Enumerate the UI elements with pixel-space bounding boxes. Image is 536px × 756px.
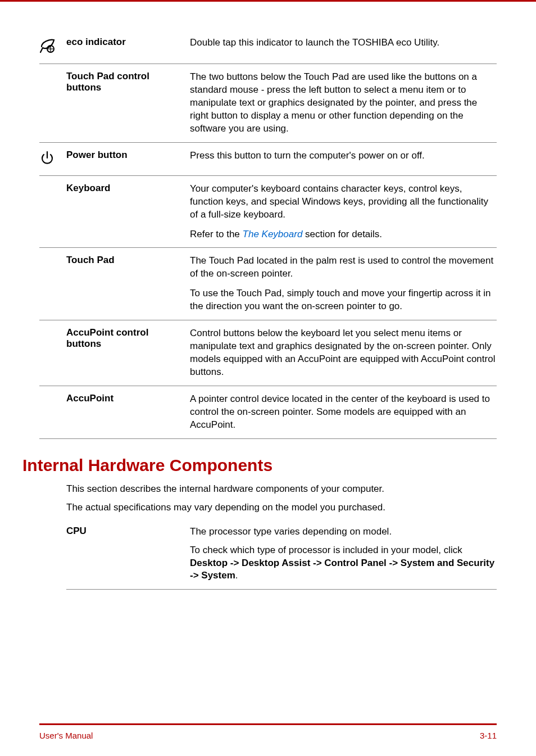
cpu-desc: The processor type varies depending on m… [190, 526, 497, 583]
row-label: AccuPoint [66, 393, 190, 432]
footer-right: 3-11 [480, 731, 497, 740]
row-label: Power button [66, 150, 190, 169]
keyboard-link[interactable]: The Keyboard [243, 229, 303, 239]
row-desc: Press this button to turn the computer's… [190, 150, 497, 169]
desc-link-line: Refer to the The Keyboard section for de… [190, 228, 497, 241]
icon-empty [39, 393, 66, 432]
intro-p1: This section describes the internal hard… [66, 483, 497, 496]
row-label: Touch Pad control buttons [66, 71, 190, 135]
desc-text: Your computer's keyboard contains charac… [190, 183, 497, 221]
intro-p2: The actual specifications may vary depen… [66, 501, 497, 514]
power-icon [39, 150, 66, 169]
row-accupoint: AccuPoint A pointer control device locat… [39, 386, 497, 439]
cpu-p1: The processor type varies depending on m… [190, 526, 497, 538]
cpu-label: CPU [66, 526, 190, 583]
footer-rule [39, 723, 497, 725]
link-post: section for details. [302, 229, 382, 239]
row-eco-indicator: eco indicator Double tap this indicator … [39, 30, 497, 64]
row-label: Touch Pad [66, 255, 190, 313]
icon-empty [39, 327, 66, 379]
row-accupoint-buttons: AccuPoint control buttons Control button… [39, 320, 497, 386]
desc-text: A pointer control device located in the … [190, 393, 497, 432]
cpu-p2: To check which type of processor is incl… [190, 544, 497, 583]
row-desc: A pointer control device located in the … [190, 393, 497, 432]
desc-text: The Touch Pad located in the palm rest i… [190, 255, 497, 280]
footer-left: User's Manual [39, 731, 93, 740]
icon-empty [39, 255, 66, 313]
eco-icon [39, 37, 66, 57]
link-pre: Refer to the [190, 229, 243, 239]
row-label: eco indicator [66, 37, 190, 57]
row-desc: Your computer's keyboard contains charac… [190, 183, 497, 241]
section-heading: Internal Hardware Components [22, 456, 497, 475]
desc-text2: To use the Touch Pad, simply touch and m… [190, 287, 497, 313]
cpu-p2c: . [235, 570, 238, 581]
row-label: Keyboard [66, 183, 190, 241]
icon-empty [39, 183, 66, 241]
row-desc: Control buttons below the keyboard let y… [190, 327, 497, 379]
row-keyboard: Keyboard Your computer's keyboard contai… [39, 176, 497, 248]
cpu-p2a: To check which type of processor is incl… [190, 545, 462, 555]
row-touchpad-buttons: Touch Pad control buttons The two button… [39, 64, 497, 143]
row-cpu: CPU The processor type varies depending … [66, 520, 497, 590]
desc-text: Control buttons below the keyboard let y… [190, 327, 497, 379]
icon-empty [39, 71, 66, 135]
row-desc: The two buttons below the Touch Pad are … [190, 71, 497, 135]
row-desc: Double tap this indicator to launch the … [190, 37, 497, 57]
row-power-button: Power button Press this button to turn t… [39, 143, 497, 176]
row-desc: The Touch Pad located in the palm rest i… [190, 255, 497, 313]
footer-row: User's Manual 3-11 [39, 731, 497, 740]
page-content: eco indicator Double tap this indicator … [0, 2, 536, 590]
desc-text: Double tap this indicator to launch the … [190, 37, 497, 49]
row-touchpad: Touch Pad The Touch Pad located in the p… [39, 247, 497, 320]
section-intro: This section describes the internal hard… [66, 483, 497, 514]
page-footer: User's Manual 3-11 [0, 723, 536, 756]
desc-text: The two buttons below the Touch Pad are … [190, 71, 497, 135]
desc-text: Press this button to turn the computer's… [190, 150, 497, 162]
row-label: AccuPoint control buttons [66, 327, 190, 379]
